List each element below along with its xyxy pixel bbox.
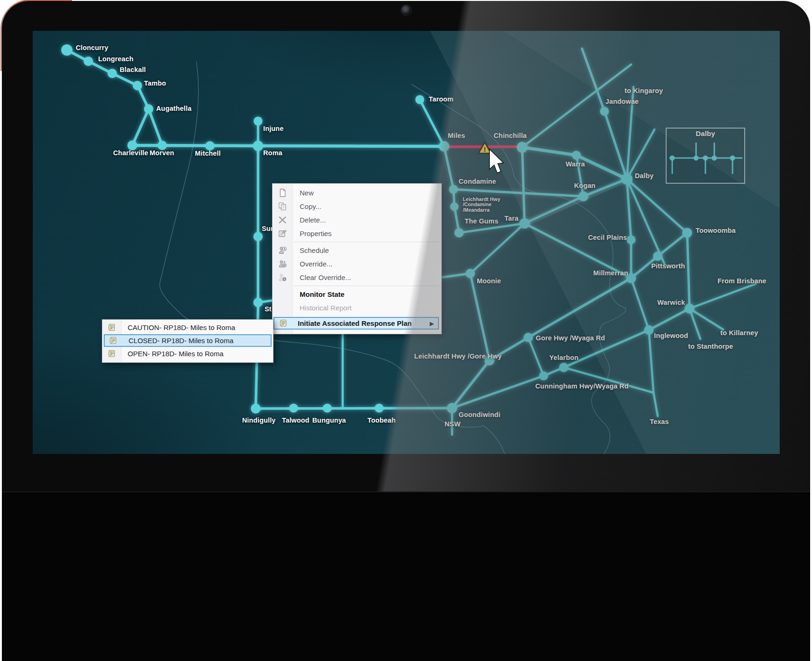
road[interactable] (444, 146, 453, 189)
map-label-tambo: Tambo (144, 79, 166, 87)
road[interactable] (522, 147, 525, 223)
override-icon (273, 259, 292, 268)
map-node-cloncurry[interactable] (61, 44, 72, 56)
monitor-lower-body (2, 492, 810, 661)
map-label-augathella: Augathella (156, 105, 192, 112)
map-label-taroom: Taroom (429, 95, 453, 103)
menu-item-delete[interactable]: Delete... (273, 213, 441, 227)
map-label-talwood: Talwood (282, 417, 309, 424)
submenu-item-label: CLOSED- RP18D- Miles to Roma (129, 337, 233, 345)
menu-item-clear-override[interactable]: Clear Override... (273, 271, 441, 284)
map-node-warwick[interactable] (685, 304, 695, 314)
map-label-morven: Morven (150, 149, 174, 157)
road[interactable] (453, 189, 459, 233)
map-node-blackall[interactable] (108, 69, 117, 78)
submenu-item-label: CAUTION- RP18D- Miles to Roma (128, 323, 235, 331)
road[interactable] (649, 309, 690, 330)
menu-item-label: Monitor State (300, 290, 345, 298)
map-node-nindigully[interactable] (251, 404, 261, 414)
road[interactable] (420, 100, 444, 146)
map-label-from-brisbane: From Brisbane (718, 277, 766, 285)
properties-icon (273, 229, 292, 238)
closed-road-segment[interactable] (444, 146, 522, 147)
map-label-longreach: Longreach (98, 55, 133, 63)
map-node-mitchell[interactable] (205, 141, 215, 151)
road[interactable] (631, 278, 649, 330)
map-node-surat[interactable] (253, 232, 263, 241)
map-node-talwood[interactable] (289, 404, 298, 413)
map-label-kogan: Kogan (574, 182, 596, 189)
map-node-bungunya[interactable] (323, 404, 332, 413)
map-node-jandowae[interactable] (600, 107, 609, 116)
road[interactable] (453, 189, 583, 196)
menu-item-label: Clear Override... (300, 273, 351, 281)
map-label-millmerran: Millmerran (593, 269, 628, 277)
map-node-toowoomba[interactable] (683, 228, 692, 238)
road[interactable] (149, 109, 162, 145)
map-node-taroom[interactable] (416, 95, 424, 104)
new-icon (273, 188, 292, 197)
map-node-leichhardt-hwy-condamine-meandarra[interactable] (450, 202, 459, 211)
submenu-item-open[interactable]: OPEN- RP18D- Miles to Roma (102, 347, 273, 360)
map-node-tara[interactable] (519, 218, 530, 229)
map-node-augathella[interactable] (144, 104, 153, 114)
map-label-gore-hwy-wyaga-rd: Gore Hwy /Wyaga Rd (536, 334, 605, 342)
menu-item-schedule[interactable]: Schedule (273, 244, 441, 257)
map-node-goondiwindi[interactable] (447, 403, 457, 413)
map-node-roma[interactable] (253, 141, 263, 151)
map-node-the-gums[interactable] (454, 228, 464, 237)
menu-separator (294, 242, 439, 242)
road[interactable] (649, 330, 658, 416)
map-node-kogan[interactable] (579, 192, 589, 201)
map-node-tambo[interactable] (133, 81, 142, 90)
menu-item-copy[interactable]: Copy... (273, 200, 441, 213)
map-node-cunningham-hwy-wyaga-rd[interactable] (539, 372, 548, 381)
map-node-warra[interactable] (572, 151, 581, 160)
road[interactable] (690, 284, 756, 309)
map-node-longreach[interactable] (84, 57, 93, 66)
map-label-warra: Warra (566, 160, 585, 168)
map-node-dalby[interactable] (621, 173, 632, 185)
road[interactable] (132, 145, 444, 146)
map-node-moonie[interactable] (466, 269, 475, 278)
context-menu: NewCopy...Delete...PropertiesScheduleOve… (272, 183, 442, 334)
map-node-chinchilla[interactable] (517, 142, 528, 153)
road[interactable] (528, 338, 544, 376)
map-label-warwick: Warwick (657, 299, 685, 306)
submenu-item-caution[interactable]: CAUTION- RP18D- Miles to Roma (102, 321, 273, 334)
road[interactable] (627, 179, 687, 233)
map-node-cecil-plains[interactable] (627, 236, 636, 244)
map-label-goondiwindi: Goondiwindi (459, 411, 500, 418)
menu-item-properties[interactable]: Properties (273, 227, 441, 240)
road[interactable] (132, 109, 149, 145)
menu-item-initiate-associated-response-plan[interactable]: Initiate Associated Response Plan▶ (273, 317, 439, 330)
map-label-cunningham-hwy-wyaga-rd: Cunningham Hwy/Wyaga Rd (535, 382, 629, 390)
road[interactable] (256, 146, 258, 409)
map-node-pittsworth[interactable] (653, 251, 662, 261)
road[interactable] (687, 233, 690, 309)
map-node-morven[interactable] (158, 141, 167, 150)
map-label-mitchell: Mitchell (195, 150, 221, 157)
submenu-item-closed[interactable]: CLOSED- RP18D- Miles to Roma (104, 334, 272, 347)
map-label-condamine: Condamine (459, 178, 496, 185)
menu-item-new[interactable]: New (273, 186, 441, 200)
road[interactable] (522, 65, 631, 147)
road[interactable] (470, 273, 489, 360)
map-node-inglewood[interactable] (644, 325, 654, 335)
map-node-st-george[interactable] (253, 298, 263, 307)
road[interactable] (525, 196, 583, 223)
webcam (401, 5, 412, 16)
map-node-miles[interactable] (439, 141, 449, 151)
road[interactable] (690, 309, 723, 330)
map-node-gore-hwy-wyaga-rd[interactable] (524, 333, 533, 342)
road[interactable] (256, 408, 452, 409)
menu-item-override[interactable]: Override... (273, 257, 441, 271)
map-node-yelarbon[interactable] (559, 363, 568, 372)
submenu-arrow-icon: ▶ (430, 320, 434, 326)
map-node-condamine[interactable] (449, 185, 458, 194)
map-node-toobeah[interactable] (375, 404, 384, 413)
menu-item-monitor-state[interactable]: Monitor State (273, 287, 441, 301)
map-node-injune[interactable] (254, 117, 263, 126)
monitor: CloncurryLongreachBlackallTamboAugathell… (2, 1, 810, 661)
road[interactable] (627, 179, 631, 278)
